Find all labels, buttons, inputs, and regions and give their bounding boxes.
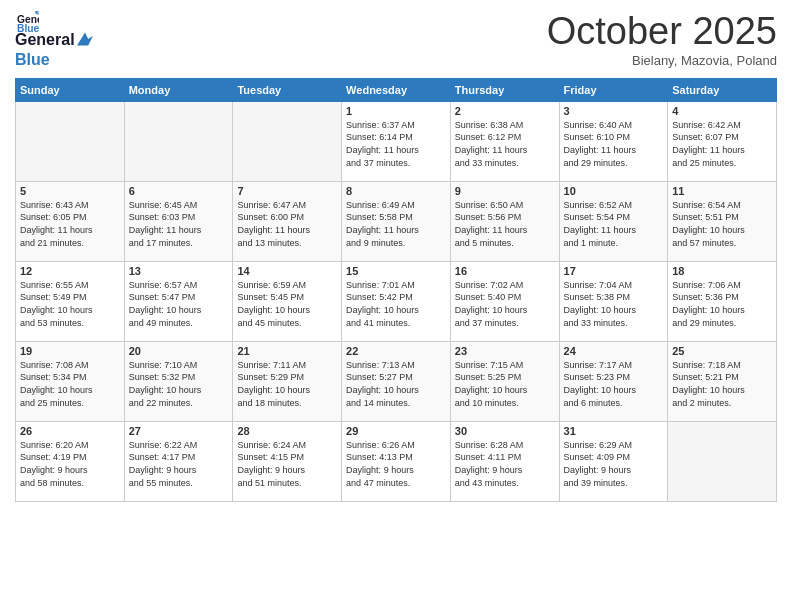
calendar-week-row: 12Sunrise: 6:55 AM Sunset: 5:49 PM Dayli… [16,261,777,341]
calendar-cell: 1Sunrise: 6:37 AM Sunset: 6:14 PM Daylig… [342,101,451,181]
day-info: Sunrise: 6:40 AM Sunset: 6:10 PM Dayligh… [564,119,664,169]
day-number: 22 [346,345,446,357]
weekday-header: Friday [559,78,668,101]
day-number: 7 [237,185,337,197]
day-number: 26 [20,425,120,437]
logo: General Blue General Blue [15,10,93,70]
calendar-cell: 28Sunrise: 6:24 AM Sunset: 4:15 PM Dayli… [233,421,342,501]
day-info: Sunrise: 7:11 AM Sunset: 5:29 PM Dayligh… [237,359,337,409]
day-info: Sunrise: 6:37 AM Sunset: 6:14 PM Dayligh… [346,119,446,169]
day-number: 5 [20,185,120,197]
calendar-cell: 17Sunrise: 7:04 AM Sunset: 5:38 PM Dayli… [559,261,668,341]
calendar-week-row: 5Sunrise: 6:43 AM Sunset: 6:05 PM Daylig… [16,181,777,261]
calendar-cell: 9Sunrise: 6:50 AM Sunset: 5:56 PM Daylig… [450,181,559,261]
day-info: Sunrise: 7:10 AM Sunset: 5:32 PM Dayligh… [129,359,229,409]
day-info: Sunrise: 6:52 AM Sunset: 5:54 PM Dayligh… [564,199,664,249]
day-info: Sunrise: 6:49 AM Sunset: 5:58 PM Dayligh… [346,199,446,249]
day-info: Sunrise: 6:45 AM Sunset: 6:03 PM Dayligh… [129,199,229,249]
calendar-cell: 13Sunrise: 6:57 AM Sunset: 5:47 PM Dayli… [124,261,233,341]
calendar-table: SundayMondayTuesdayWednesdayThursdayFrid… [15,78,777,502]
day-info: Sunrise: 6:20 AM Sunset: 4:19 PM Dayligh… [20,439,120,489]
day-number: 27 [129,425,229,437]
calendar-cell: 16Sunrise: 7:02 AM Sunset: 5:40 PM Dayli… [450,261,559,341]
calendar-cell: 21Sunrise: 7:11 AM Sunset: 5:29 PM Dayli… [233,341,342,421]
calendar-cell: 10Sunrise: 6:52 AM Sunset: 5:54 PM Dayli… [559,181,668,261]
weekday-header: Tuesday [233,78,342,101]
calendar-cell [668,421,777,501]
day-info: Sunrise: 6:54 AM Sunset: 5:51 PM Dayligh… [672,199,772,249]
weekday-header: Thursday [450,78,559,101]
calendar-cell: 15Sunrise: 7:01 AM Sunset: 5:42 PM Dayli… [342,261,451,341]
day-info: Sunrise: 6:47 AM Sunset: 6:00 PM Dayligh… [237,199,337,249]
calendar-cell: 22Sunrise: 7:13 AM Sunset: 5:27 PM Dayli… [342,341,451,421]
day-number: 6 [129,185,229,197]
calendar-cell: 25Sunrise: 7:18 AM Sunset: 5:21 PM Dayli… [668,341,777,421]
calendar-cell [124,101,233,181]
day-number: 11 [672,185,772,197]
day-info: Sunrise: 6:57 AM Sunset: 5:47 PM Dayligh… [129,279,229,329]
weekday-header: Monday [124,78,233,101]
svg-marker-2 [77,33,93,46]
day-info: Sunrise: 7:17 AM Sunset: 5:23 PM Dayligh… [564,359,664,409]
calendar-cell: 27Sunrise: 6:22 AM Sunset: 4:17 PM Dayli… [124,421,233,501]
day-number: 31 [564,425,664,437]
calendar-body: 1Sunrise: 6:37 AM Sunset: 6:14 PM Daylig… [16,101,777,501]
day-number: 16 [455,265,555,277]
day-number: 28 [237,425,337,437]
day-number: 13 [129,265,229,277]
month-title: October 2025 [547,10,777,53]
day-info: Sunrise: 6:26 AM Sunset: 4:13 PM Dayligh… [346,439,446,489]
day-number: 17 [564,265,664,277]
day-info: Sunrise: 7:04 AM Sunset: 5:38 PM Dayligh… [564,279,664,329]
day-info: Sunrise: 7:01 AM Sunset: 5:42 PM Dayligh… [346,279,446,329]
location-subtitle: Bielany, Mazovia, Poland [547,53,777,68]
calendar-cell: 8Sunrise: 6:49 AM Sunset: 5:58 PM Daylig… [342,181,451,261]
day-info: Sunrise: 7:02 AM Sunset: 5:40 PM Dayligh… [455,279,555,329]
day-number: 30 [455,425,555,437]
day-info: Sunrise: 7:13 AM Sunset: 5:27 PM Dayligh… [346,359,446,409]
calendar-cell: 24Sunrise: 7:17 AM Sunset: 5:23 PM Dayli… [559,341,668,421]
weekday-header: Sunday [16,78,125,101]
calendar-cell: 26Sunrise: 6:20 AM Sunset: 4:19 PM Dayli… [16,421,125,501]
day-number: 29 [346,425,446,437]
day-info: Sunrise: 6:38 AM Sunset: 6:12 PM Dayligh… [455,119,555,169]
day-number: 18 [672,265,772,277]
logo-text: General Blue [15,31,93,70]
calendar-week-row: 19Sunrise: 7:08 AM Sunset: 5:34 PM Dayli… [16,341,777,421]
day-number: 25 [672,345,772,357]
calendar-cell: 30Sunrise: 6:28 AM Sunset: 4:11 PM Dayli… [450,421,559,501]
calendar-week-row: 1Sunrise: 6:37 AM Sunset: 6:14 PM Daylig… [16,101,777,181]
calendar-header-row: SundayMondayTuesdayWednesdayThursdayFrid… [16,78,777,101]
day-number: 1 [346,105,446,117]
day-info: Sunrise: 6:24 AM Sunset: 4:15 PM Dayligh… [237,439,337,489]
day-info: Sunrise: 6:28 AM Sunset: 4:11 PM Dayligh… [455,439,555,489]
day-number: 10 [564,185,664,197]
calendar-cell: 29Sunrise: 6:26 AM Sunset: 4:13 PM Dayli… [342,421,451,501]
calendar-cell: 3Sunrise: 6:40 AM Sunset: 6:10 PM Daylig… [559,101,668,181]
day-number: 8 [346,185,446,197]
weekday-header: Saturday [668,78,777,101]
calendar-cell: 20Sunrise: 7:10 AM Sunset: 5:32 PM Dayli… [124,341,233,421]
day-number: 14 [237,265,337,277]
day-number: 12 [20,265,120,277]
calendar-cell: 12Sunrise: 6:55 AM Sunset: 5:49 PM Dayli… [16,261,125,341]
calendar-week-row: 26Sunrise: 6:20 AM Sunset: 4:19 PM Dayli… [16,421,777,501]
title-block: October 2025 Bielany, Mazovia, Poland [547,10,777,68]
day-number: 20 [129,345,229,357]
day-number: 21 [237,345,337,357]
day-info: Sunrise: 6:55 AM Sunset: 5:49 PM Dayligh… [20,279,120,329]
day-info: Sunrise: 6:59 AM Sunset: 5:45 PM Dayligh… [237,279,337,329]
day-number: 15 [346,265,446,277]
day-number: 3 [564,105,664,117]
calendar-cell: 31Sunrise: 6:29 AM Sunset: 4:09 PM Dayli… [559,421,668,501]
calendar-cell: 23Sunrise: 7:15 AM Sunset: 5:25 PM Dayli… [450,341,559,421]
day-number: 2 [455,105,555,117]
calendar-cell: 6Sunrise: 6:45 AM Sunset: 6:03 PM Daylig… [124,181,233,261]
page-header: General Blue General Blue [15,10,777,70]
day-info: Sunrise: 7:15 AM Sunset: 5:25 PM Dayligh… [455,359,555,409]
calendar-cell [233,101,342,181]
calendar-cell: 19Sunrise: 7:08 AM Sunset: 5:34 PM Dayli… [16,341,125,421]
calendar-cell: 2Sunrise: 6:38 AM Sunset: 6:12 PM Daylig… [450,101,559,181]
day-info: Sunrise: 7:08 AM Sunset: 5:34 PM Dayligh… [20,359,120,409]
day-number: 24 [564,345,664,357]
